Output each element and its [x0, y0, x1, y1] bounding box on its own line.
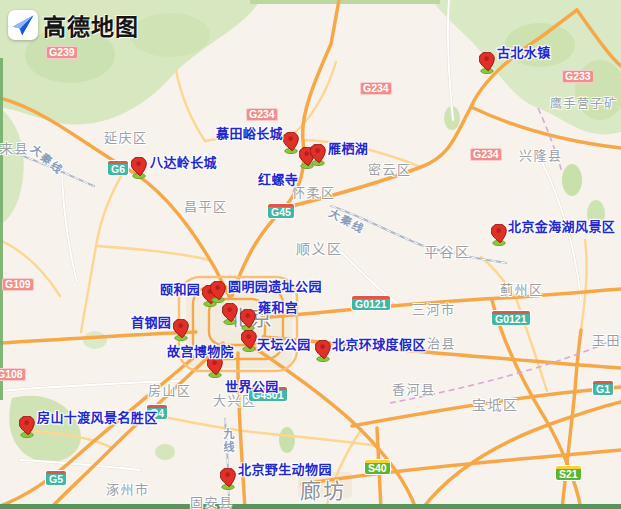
pin-icon — [491, 224, 507, 246]
pin-icon — [283, 132, 299, 154]
map-pin[interactable] — [283, 132, 299, 154]
paper-plane-icon — [8, 10, 38, 40]
attraction-label[interactable]: 北京金海湖风景区 — [508, 216, 615, 235]
map-pin[interactable] — [19, 416, 35, 438]
map-pin[interactable] — [315, 340, 331, 362]
pin-icon — [310, 144, 326, 166]
attraction-label[interactable]: 世界公园 — [225, 376, 279, 395]
pin-icon — [479, 52, 495, 74]
attraction-label[interactable]: 古北水镇 — [497, 42, 551, 61]
map-pin[interactable] — [220, 468, 236, 490]
attraction-label[interactable]: 天坛公园 — [257, 334, 311, 353]
map-pin[interactable] — [479, 52, 495, 74]
amap-logo: 高德地图 — [8, 8, 139, 42]
pin-icon — [220, 468, 236, 490]
map-pin[interactable] — [240, 309, 256, 331]
pin-icon — [131, 157, 147, 179]
attraction-label[interactable]: 房山十渡风景名胜区 — [37, 407, 158, 426]
attraction-label[interactable]: 故宫博物院 — [167, 341, 234, 360]
map-pin[interactable] — [210, 281, 226, 303]
attraction-label[interactable]: 八达岭长城 — [150, 152, 217, 171]
attraction-label[interactable]: 北京野生动物园 — [238, 459, 332, 478]
map-pin[interactable] — [491, 224, 507, 246]
map-pin[interactable] — [173, 319, 189, 341]
attraction-label[interactable]: 慕田峪长城 — [216, 123, 283, 142]
pin-icon — [222, 303, 238, 325]
attraction-label[interactable]: 首钢园 — [131, 312, 171, 331]
map-pin[interactable] — [222, 303, 238, 325]
attraction-label[interactable]: 颐和园 — [160, 279, 200, 298]
pin-icon — [173, 319, 189, 341]
attraction-label[interactable]: 北京环球度假区 — [332, 334, 426, 353]
pin-icon — [240, 309, 256, 331]
pin-icon — [241, 330, 257, 352]
attraction-label[interactable]: 圆明园遗址公园 — [228, 276, 322, 295]
map-pin[interactable] — [131, 157, 147, 179]
pin-icon — [315, 340, 331, 362]
attraction-label[interactable]: 雁栖湖 — [328, 138, 368, 157]
map-artwork — [0, 0, 621, 509]
attraction-label[interactable]: 红螺寺 — [258, 169, 298, 188]
map-pin[interactable] — [310, 144, 326, 166]
pin-icon — [210, 281, 226, 303]
logo-wordmark: 高德地图 — [43, 8, 139, 42]
map-canvas[interactable]: 延庆区来县昌平区怀柔区密云区兴隆县鹰手营子矿顺义区平谷区蓟州区三河市治县玉田北京… — [0, 0, 621, 509]
pin-icon — [19, 416, 35, 438]
map-pin[interactable] — [241, 330, 257, 352]
attraction-label[interactable]: 雍和宫 — [258, 297, 298, 316]
